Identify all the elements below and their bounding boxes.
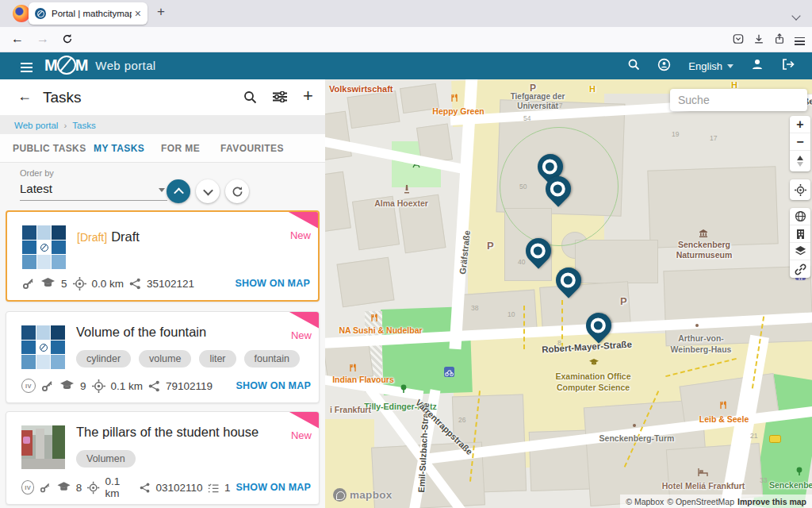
refresh-button[interactable]: [225, 179, 249, 203]
map-canvas[interactable]: Volkswirtschaft Heppy Green Tiefgarage d…: [325, 79, 812, 508]
task-thumbnail: [22, 225, 66, 269]
panel-header: ← Tasks +: [0, 79, 325, 116]
roman-level-icon: IV: [21, 480, 34, 495]
order-caret-icon[interactable]: [159, 188, 165, 192]
task-card[interactable]: New The pillars of the student house Vol…: [6, 411, 320, 505]
map-label: Universität: [517, 102, 558, 110]
locate-me-button[interactable]: [790, 179, 810, 200]
header-logout-icon[interactable]: [781, 58, 795, 74]
show-on-map-link[interactable]: SHOW ON MAP: [235, 278, 310, 289]
task-code: 03102110: [155, 482, 202, 494]
new-tab-button[interactable]: +: [157, 4, 165, 20]
tab-overflow-chevron-icon[interactable]: [793, 8, 799, 22]
back-arrow-icon[interactable]: ←: [17, 88, 32, 105]
tab-my-tasks[interactable]: MY TASKS: [94, 143, 144, 154]
grade-value: 5: [61, 278, 67, 290]
task-meta-row: 5 0.0 km 35102121 SHOW ON MAP: [22, 275, 310, 292]
task-card[interactable]: New Volume of the fountain cylinder volu…: [6, 311, 320, 403]
share-page-icon[interactable]: [774, 33, 785, 48]
zoom-out-button[interactable]: −: [790, 133, 810, 151]
breadcrumb-root-link[interactable]: Web portal: [14, 121, 58, 130]
header-search-icon[interactable]: [627, 58, 640, 74]
language-selector[interactable]: English: [688, 60, 733, 72]
grade-icon: [57, 482, 71, 493]
header-account-icon[interactable]: [751, 58, 764, 74]
task-card[interactable]: New [Draft]Draft 5 0.0 km 35102121 SHO: [6, 210, 320, 302]
gps-icon: [87, 481, 99, 495]
map-search-input[interactable]: [670, 89, 807, 111]
filter-tune-icon[interactable]: [273, 91, 287, 106]
bus-stop-icon: [769, 435, 781, 443]
map-building: [325, 111, 352, 161]
tab-close-icon[interactable]: ×: [135, 7, 141, 20]
monument-icon: [403, 184, 411, 194]
pocket-icon[interactable]: [733, 33, 744, 48]
menu-hamburger-icon[interactable]: [795, 35, 805, 48]
parking-label: P: [487, 240, 494, 252]
tag: Volumen: [76, 450, 136, 468]
map-label: Alma Hoexter: [374, 198, 428, 208]
parking-label: P: [620, 295, 627, 307]
task-thumbnail: [21, 325, 65, 369]
map-layer-controls: [790, 208, 810, 278]
map-label: Tiefgarage der: [511, 92, 565, 101]
task-tabs: PUBLIC TASKS MY TASKS FOR ME FAVOURITES: [0, 134, 325, 163]
improve-map-link[interactable]: Improve this map: [737, 497, 806, 506]
globe-button[interactable]: [790, 208, 810, 225]
sort-ascending-button[interactable]: [167, 179, 190, 203]
breadcrumb-current-link[interactable]: Tasks: [72, 121, 95, 130]
tab-for-me[interactable]: FOR ME: [161, 143, 200, 154]
app-menu-icon[interactable]: [21, 60, 33, 75]
panel-search-icon[interactable]: [243, 90, 257, 107]
show-on-map-link[interactable]: SHOW ON MAP: [236, 482, 311, 493]
distance-value: 0.0 km: [92, 278, 124, 290]
order-bar: Order by Latest: [0, 163, 325, 209]
tab-public-tasks[interactable]: PUBLIC TASKS: [13, 143, 86, 154]
attribution-mapbox-link[interactable]: © Mapbox: [626, 497, 664, 506]
hotel-bed-icon: [698, 468, 708, 476]
key-icon: [41, 379, 54, 392]
share-link-button[interactable]: [790, 260, 810, 278]
order-by-select[interactable]: Latest: [20, 182, 52, 195]
layers-button[interactable]: [790, 243, 810, 260]
roman-level-icon: IV: [21, 379, 36, 393]
buildings-button[interactable]: [790, 225, 810, 243]
zoom-in-button[interactable]: +: [790, 116, 810, 133]
task-thumbnail-photo: [21, 425, 65, 469]
show-on-map-link[interactable]: SHOW ON MAP: [236, 380, 311, 391]
header-support-icon[interactable]: [657, 58, 671, 75]
map-label: Senckenberg: [678, 240, 730, 249]
graduation-icon: [589, 359, 599, 367]
tilt-compass-button[interactable]: [790, 151, 810, 171]
task-title: [Draft]Draft: [77, 229, 140, 244]
firefox-logo-icon[interactable]: [13, 5, 30, 22]
map-building: [647, 166, 778, 248]
map-label: Volkswirtschaft: [329, 84, 393, 94]
subtasks-icon: [208, 483, 218, 493]
sort-descending-button[interactable]: [196, 179, 220, 203]
attribution-osm-link[interactable]: © OpenStreetMap: [667, 497, 734, 506]
mcm-logo[interactable]: M M Web portal: [44, 56, 156, 75]
language-caret-icon: [727, 64, 733, 68]
gps-icon: [92, 379, 105, 393]
new-corner-banner: [288, 311, 320, 329]
back-button[interactable]: ←: [11, 32, 24, 46]
reload-button[interactable]: [62, 33, 73, 48]
new-corner-banner: [287, 211, 319, 229]
order-by-label: Order by: [20, 168, 54, 178]
map-label: Senckenberganlage: [769, 480, 812, 490]
mapbox-logo[interactable]: mapbox: [333, 488, 393, 502]
site-favicon-icon: [35, 8, 46, 19]
tab-favourites[interactable]: FAVOURITES: [220, 143, 284, 154]
add-task-icon[interactable]: +: [303, 86, 313, 106]
tag-row: Volumen: [76, 450, 136, 468]
map-label: i Frankfurt: [330, 405, 371, 414]
restaurant-icon: [349, 364, 358, 372]
parking-label: P: [530, 83, 536, 94]
forward-button[interactable]: →: [36, 32, 49, 46]
tag: fountain: [244, 350, 300, 368]
browser-tab[interactable]: Portal | mathcitymap.eu ×: [29, 2, 147, 25]
page-title: Tasks: [43, 89, 82, 106]
brand-label: Web portal: [95, 59, 155, 72]
downloads-icon[interactable]: [753, 33, 764, 48]
